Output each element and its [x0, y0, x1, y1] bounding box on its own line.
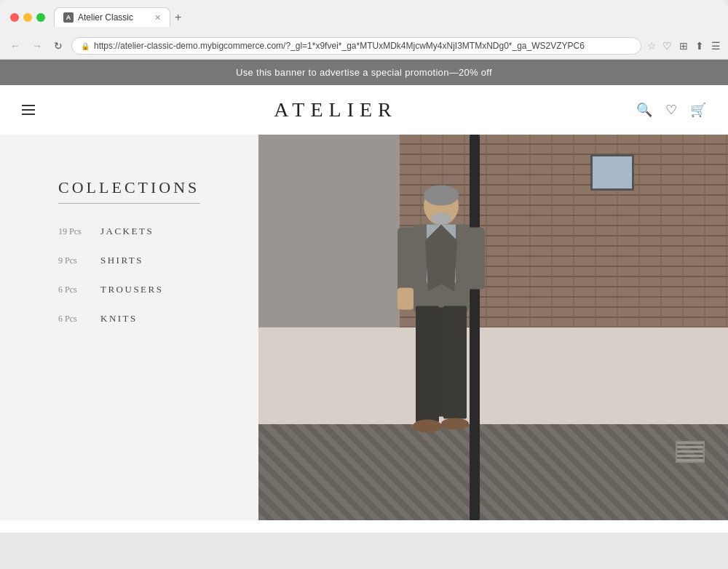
main-content: COLLECTIONS 19 Pcs JACKETS 9 Pcs SHIRTS …	[0, 135, 728, 520]
url-text: https://atelier-classic-demo.mybigcommer…	[94, 41, 585, 51]
jackets-count: 19 Pcs	[58, 226, 87, 237]
collections-divider	[58, 203, 200, 204]
collections-title: COLLECTIONS	[58, 178, 200, 197]
browser-window: A Atelier Classic ✕ + ← → ↻ 🔒 https://at…	[0, 0, 728, 60]
svg-rect-12	[443, 306, 467, 418]
lock-icon: 🔒	[81, 42, 90, 50]
tab-close-button[interactable]: ✕	[154, 13, 161, 23]
header-icons: 🔍 ♡ 🛒	[636, 102, 706, 118]
svg-rect-7	[397, 227, 416, 293]
site-logo[interactable]: ATELIER	[274, 98, 397, 122]
svg-rect-11	[416, 306, 439, 422]
sidebar-icon[interactable]: ⊞	[679, 40, 688, 52]
sharing-icon[interactable]: ⬆	[695, 40, 704, 52]
active-tab[interactable]: A Atelier Classic ✕	[54, 7, 170, 27]
trousers-count: 6 Pcs	[58, 284, 87, 295]
maximize-window-button[interactable]	[36, 13, 45, 22]
svg-point-2	[431, 212, 451, 224]
trousers-name: TROUSERS	[100, 284, 163, 295]
hamburger-line	[22, 114, 35, 115]
svg-point-14	[441, 418, 469, 429]
svg-rect-9	[466, 227, 485, 289]
collections-panel: COLLECTIONS 19 Pcs JACKETS 9 Pcs SHIRTS …	[0, 135, 258, 520]
hamburger-menu-button[interactable]	[22, 105, 35, 115]
toolbar-right-icons: ♡ ⊞ ⬆ ☰	[662, 40, 721, 52]
svg-point-1	[424, 185, 459, 205]
browser-titlebar: A Atelier Classic ✕ +	[0, 0, 728, 33]
address-bar[interactable]: 🔒 https://atelier-classic-demo.mybigcomm…	[71, 37, 641, 55]
reading-list-icon[interactable]: ♡	[662, 40, 672, 52]
forward-button[interactable]: →	[29, 39, 45, 53]
hamburger-line	[22, 109, 35, 111]
hero-scene	[258, 135, 728, 520]
collection-item-shirts[interactable]: 9 Pcs SHIRTS	[58, 255, 200, 266]
browser-toolbar: ← → ↻ 🔒 https://atelier-classic-demo.myb…	[0, 33, 728, 60]
svg-rect-8	[397, 287, 414, 309]
tab-favicon-icon: A	[63, 12, 74, 23]
minimize-window-button[interactable]	[23, 13, 32, 22]
traffic-lights	[10, 13, 45, 22]
shirts-count: 9 Pcs	[58, 255, 87, 266]
back-button[interactable]: ←	[7, 39, 23, 53]
knits-name: KNITS	[100, 313, 138, 325]
collection-item-knits[interactable]: 6 Pcs KNITS	[58, 313, 200, 325]
promo-text: Use this banner to advertise a special p…	[236, 67, 492, 78]
bookmark-button[interactable]: ☆	[647, 40, 657, 52]
menu-icon[interactable]: ☰	[711, 40, 721, 52]
new-tab-button[interactable]: +	[170, 9, 186, 25]
svg-point-13	[413, 419, 442, 432]
site-header: ATELIER 🔍 ♡ 🛒	[0, 85, 728, 135]
collection-item-trousers[interactable]: 6 Pcs TROUSERS	[58, 284, 200, 295]
refresh-button[interactable]: ↻	[51, 39, 66, 53]
building-window	[590, 154, 634, 191]
tab-title: Atelier Classic	[78, 12, 133, 23]
vent-grate	[676, 441, 705, 463]
site-content: Use this banner to advertise a special p…	[0, 60, 728, 533]
cart-button[interactable]: 🛒	[690, 102, 706, 118]
collection-item-jackets[interactable]: 19 Pcs JACKETS	[58, 226, 200, 237]
knits-count: 6 Pcs	[58, 314, 87, 325]
shirts-name: SHIRTS	[100, 255, 143, 266]
hero-image-panel	[258, 135, 728, 520]
figure-person	[376, 154, 507, 501]
search-button[interactable]: 🔍	[636, 102, 652, 118]
close-window-button[interactable]	[10, 13, 19, 22]
wishlist-button[interactable]: ♡	[665, 102, 677, 118]
tab-bar: A Atelier Classic ✕ +	[54, 7, 718, 27]
jackets-name: JACKETS	[100, 226, 154, 237]
hamburger-line	[22, 105, 35, 106]
promo-banner: Use this banner to advertise a special p…	[0, 60, 728, 85]
